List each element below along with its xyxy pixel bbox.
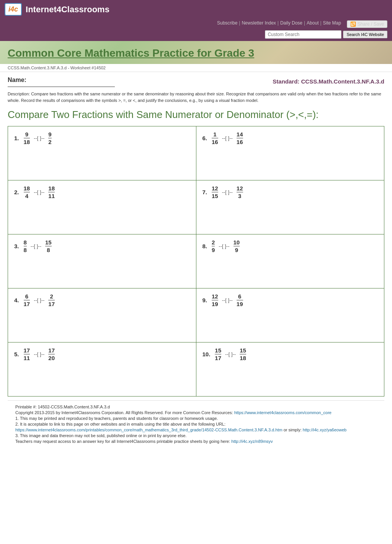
frac3a-num: 8: [24, 239, 27, 246]
nav-daily-dose[interactable]: Daily Dose: [280, 20, 302, 28]
footer-note4: Teachers may request access to an answer…: [15, 439, 377, 444]
problem-row-4: 4. 6 17 --[ ]-- 2 17: [14, 293, 190, 307]
logo-box: i4c: [5, 3, 22, 16]
problem-number-4: 4.: [14, 297, 19, 303]
problem-cell-8: 8. 2 9 --[ ]-- 10 9: [196, 234, 384, 288]
problem-number-6: 6.: [203, 135, 207, 141]
frac10b-den: 18: [240, 354, 246, 361]
frac9b-den: 19: [237, 300, 243, 307]
grid-row-3: 3. 8 8 --[ ]-- 15 8 8. 2: [8, 234, 384, 288]
problem-row-1: 1. 9 18 --[ ]-- 9 2: [14, 131, 190, 145]
content: Name: Standard: CCSS.Math.Content.3.NF.A…: [0, 72, 392, 453]
frac8b-num: 10: [234, 239, 240, 246]
frac8a-num: 2: [212, 239, 215, 246]
page-title: Common Core Mathematics Practice for Gra…: [8, 47, 384, 59]
frac2b-den: 11: [48, 192, 55, 199]
fraction-2a: 18 4: [24, 185, 30, 199]
problem-cell-3: 3. 8 8 --[ ]-- 15 8: [8, 234, 196, 288]
share-save-button[interactable]: 🔁 Share / Save: [347, 20, 387, 28]
footer-copyright-link[interactable]: https://www.internet4classrooms.com/comm…: [234, 410, 332, 415]
frac4b-num: 2: [48, 293, 55, 300]
problem-row-3: 3. 8 8 --[ ]-- 15 8: [14, 239, 190, 253]
grid-row-5: 5. 17 11 --[ ]-- 17 20 10. 15: [8, 342, 384, 396]
compare-8: --[ ]--: [219, 243, 229, 249]
frac9a-den: 19: [212, 300, 218, 307]
compare-10: --[ ]--: [225, 351, 236, 357]
banner: Common Core Mathematics Practice for Gra…: [0, 41, 392, 64]
frac2b-num: 18: [48, 185, 55, 192]
frac8b-den: 9: [234, 246, 240, 253]
frac1a-num: 9: [24, 131, 30, 138]
frac6b-num: 14: [237, 131, 243, 138]
fraction-7a: 12 15: [212, 185, 218, 199]
frac8a-den: 9: [212, 246, 215, 253]
fraction-6a: 1 16: [212, 131, 218, 145]
compare-5: --[ ]--: [34, 351, 44, 357]
problem-grid: 1. 9 18 --[ ]-- 9 2 6. 1: [8, 126, 384, 397]
fraction-8b: 10 9: [234, 239, 240, 253]
search-button[interactable]: Search I4C Website: [343, 31, 387, 38]
frac10a-den: 17: [215, 354, 221, 361]
frac7a-num: 12: [212, 185, 218, 192]
compare-7: --[ ]--: [222, 189, 233, 195]
footer: Printable #: 14502-CCSS.Math.Content.3.N…: [8, 400, 384, 449]
breadcrumb-text: CCSS.Math.Content.3.NF.A.3.d - Worksheet…: [8, 66, 106, 70]
frac6a-den: 16: [212, 138, 218, 145]
frac7b-num: 12: [237, 185, 243, 192]
fraction-3b: 15 8: [45, 239, 52, 253]
problem-number-9: 9.: [203, 297, 207, 303]
fraction-9b: 6 19: [237, 293, 243, 307]
frac2a-den: 4: [24, 192, 30, 199]
name-standard-row: Name: Standard: CCSS.Math.Content.3.NF.A…: [8, 77, 384, 87]
footer-printable: Printable #: 14502-CCSS.Math.Content.3.N…: [15, 405, 377, 409]
nav-links: Subscribe | Newsletter Index | Daily Dos…: [217, 20, 387, 28]
frac5a-den: 11: [24, 354, 30, 361]
nav-sitemap[interactable]: Site Map: [323, 20, 341, 28]
search-input[interactable]: [265, 30, 341, 39]
problem-row-8: 8. 2 9 --[ ]-- 10 9: [203, 239, 378, 253]
compare-4: --[ ]--: [34, 297, 44, 303]
fraction-3a: 8 8: [24, 239, 27, 253]
problem-cell-4: 4. 6 17 --[ ]-- 2 17: [8, 288, 196, 342]
problem-number-7: 7.: [203, 189, 207, 195]
problem-number-5: 5.: [14, 351, 19, 357]
frac6a-num: 1: [212, 131, 218, 138]
footer-note2: 2. It is acceptable to link to this page…: [15, 422, 377, 426]
compare-6: --[ ]--: [222, 135, 233, 141]
frac5b-den: 20: [48, 354, 55, 361]
footer-copyright: Copyright 2013-2015 by Internet4Classroo…: [15, 410, 377, 415]
footer-url1-link[interactable]: https://www.internet4classrooms.com/prin…: [15, 428, 283, 432]
grid-row-4: 4. 6 17 --[ ]-- 2 17 9. 12: [8, 288, 384, 342]
footer-url2-link[interactable]: http://i4c.xyz/ya6eoweb: [303, 428, 346, 432]
footer-answer-key-link[interactable]: http://i4c.xyz/n89msyv: [231, 439, 273, 444]
compare-9: --[ ]--: [222, 297, 233, 303]
fraction-4a: 6 17: [24, 293, 30, 307]
nav-bar: Subscribe | Newsletter Index | Daily Dos…: [0, 19, 392, 41]
footer-note1: 1. This may be printed and reproduced by…: [15, 416, 377, 421]
fraction-1b: 9 2: [48, 131, 51, 145]
nav-about[interactable]: About: [307, 20, 318, 28]
fraction-5b: 17 20: [48, 347, 55, 361]
problem-number-3: 3.: [14, 243, 19, 249]
nav-newsletter[interactable]: Newsletter Index: [242, 20, 276, 28]
grid-row-2: 2. 18 4 --[ ]-- 18 11 7. 12: [8, 180, 384, 234]
problem-row-7: 7. 12 15 --[ ]-- 12 3: [203, 185, 378, 199]
frac5b-num: 17: [48, 347, 55, 354]
problem-number-2: 2.: [14, 189, 19, 195]
breadcrumb: CCSS.Math.Content.3.NF.A.3.d - Worksheet…: [0, 64, 392, 72]
frac5a-num: 17: [24, 347, 30, 354]
worksheet-title: Compare Two Fractions with Same Numerato…: [8, 109, 384, 121]
problem-cell-10: 10. 15 17 --[ ]-- 15 18: [196, 342, 384, 396]
logo-area: i4c Internet4Classrooms: [5, 3, 109, 16]
problem-cell-5: 5. 17 11 --[ ]-- 17 20: [8, 342, 196, 396]
frac3a-den: 8: [24, 246, 27, 253]
nav-subscribe[interactable]: Subscribe: [217, 20, 237, 28]
frac3b-num: 15: [45, 239, 52, 246]
frac10b-num: 15: [240, 347, 246, 354]
problem-cell-6: 6. 1 16 --[ ]-- 14 16: [196, 126, 384, 180]
frac4b-den: 17: [48, 300, 55, 307]
share-label: Share / Save: [358, 21, 384, 27]
standard-label: Standard: CCSS.Math.Content.3.NF.A.3.d: [273, 78, 384, 85]
fraction-1a: 9 18: [24, 131, 30, 145]
footer-url: https://www.internet4classrooms.com/prin…: [15, 428, 377, 432]
